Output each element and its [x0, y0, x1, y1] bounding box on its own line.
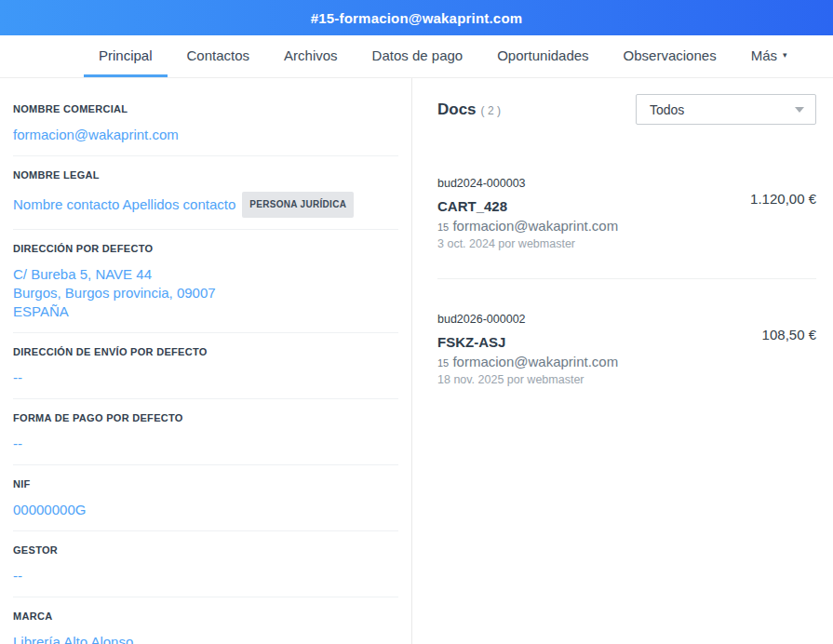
doc-amount: 108,50 € — [762, 327, 816, 342]
record-header: #15-formacion@wakaprint.com — [0, 0, 833, 35]
tab-observaciones-label: Observaciones — [624, 47, 717, 63]
tab-bar: Principal Contactos Archivos Datos de pa… — [0, 35, 833, 78]
docs-count: ( 2 ) — [481, 104, 501, 117]
field-label: NOMBRE COMERCIAL — [13, 103, 398, 114]
gestor-value: -- — [13, 567, 398, 585]
doc-contact-id: 15 — [437, 221, 449, 233]
tab-oportunidades-label: Oportunidades — [497, 47, 588, 63]
tab-mas[interactable]: Más ▾ — [736, 35, 802, 77]
nif-link[interactable]: 00000000G — [13, 501, 398, 519]
doc-contact-name: formacion@wakaprint.com — [452, 218, 618, 234]
field-nombre-legal: NOMBRE LEGAL Nombre contacto Apellidos c… — [13, 156, 398, 230]
tab-oportunidades[interactable]: Oportunidades — [482, 35, 603, 77]
tab-archivos[interactable]: Archivos — [269, 35, 353, 77]
nombre-legal-value: Nombre contacto Apellidos contactoPERSON… — [13, 192, 398, 218]
tab-datos-de-pago[interactable]: Datos de pago — [357, 35, 478, 77]
docs-title: Docs — [437, 101, 477, 119]
docs-header: Docs ( 2 ) Todos — [437, 94, 816, 125]
doc-amount: 1.120,00 € — [750, 191, 816, 207]
chevron-down-icon — [795, 107, 804, 113]
tab-mas-label: Más — [751, 47, 777, 63]
doc-item[interactable]: bud2026-000002 108,50 € FSKZ-ASJ 15 form… — [437, 313, 816, 386]
tab-principal-label: Principal — [99, 47, 153, 63]
doc-title: FSKZ-ASJ — [437, 334, 816, 350]
field-label: DIRECCIÓN DE ENVÍO POR DEFECTO — [13, 346, 398, 357]
field-label: GESTOR — [13, 544, 398, 556]
doc-ref: bud2024-000003 — [437, 177, 816, 190]
field-forma-de-pago: FORMA DE PAGO POR DEFECTO -- — [13, 399, 398, 465]
docs-filter-value: Todos — [650, 102, 684, 117]
field-nif: NIF 00000000G — [13, 465, 398, 531]
doc-meta: 18 nov. 2025 por webmaster — [437, 373, 816, 386]
doc-item[interactable]: bud2024-000003 1.120,00 € CART_428 15 fo… — [437, 177, 816, 279]
tab-datos-de-pago-label: Datos de pago — [372, 47, 464, 63]
doc-contact: 15 formacion@wakaprint.com — [437, 218, 816, 234]
direccion-envio-value: -- — [13, 369, 398, 387]
tab-archivos-label: Archivos — [284, 47, 338, 63]
field-label: NIF — [13, 478, 398, 490]
persona-juridica-badge: PERSONA JURÍDICA — [242, 192, 354, 218]
chevron-down-icon: ▾ — [783, 50, 787, 60]
doc-ref: bud2026-000002 — [437, 313, 816, 326]
field-label: MARCA — [13, 610, 398, 622]
details-panel: NOMBRE COMERCIAL formacion@wakaprint.com… — [0, 78, 412, 644]
field-label: DIRECCIÓN POR DEFECTO — [13, 243, 398, 254]
direccion-line-1: C/ Bureba 5, NAVE 44 — [13, 265, 398, 284]
field-label: FORMA DE PAGO POR DEFECTO — [13, 412, 398, 423]
record-title: #15-formacion@wakaprint.com — [311, 10, 523, 26]
doc-contact-name: formacion@wakaprint.com — [452, 354, 618, 369]
marca-link[interactable]: Librería Alto Alonso — [13, 633, 398, 644]
nombre-comercial-link[interactable]: formacion@wakaprint.com — [13, 126, 398, 144]
doc-list: bud2024-000003 1.120,00 € CART_428 15 fo… — [437, 177, 816, 386]
docs-title-wrap: Docs ( 2 ) — [437, 101, 501, 119]
tab-observaciones[interactable]: Observaciones — [609, 35, 732, 77]
direccion-link[interactable]: C/ Bureba 5, NAVE 44 Burgos, Burgos prov… — [13, 265, 398, 321]
doc-contact-id: 15 — [437, 357, 449, 369]
nombre-legal-link[interactable]: Nombre contacto Apellidos contacto — [13, 196, 235, 212]
forma-de-pago-value: -- — [13, 435, 398, 453]
main-content: NOMBRE COMERCIAL formacion@wakaprint.com… — [0, 78, 833, 644]
docs-panel: Docs ( 2 ) Todos bud2024-000003 1.120,00… — [412, 78, 833, 644]
field-marca: MARCA Librería Alto Alonso — [13, 597, 398, 644]
field-label: NOMBRE LEGAL — [13, 169, 398, 181]
docs-filter-select[interactable]: Todos — [636, 94, 816, 125]
field-direccion-por-defecto: DIRECCIÓN POR DEFECTO C/ Bureba 5, NAVE … — [13, 230, 398, 333]
doc-meta: 3 oct. 2024 por webmaster — [437, 237, 816, 250]
direccion-line-2: Burgos, Burgos provincia, 09007 — [13, 284, 398, 302]
field-nombre-comercial: NOMBRE COMERCIAL formacion@wakaprint.com — [13, 90, 398, 156]
tab-contactos[interactable]: Contactos — [172, 35, 265, 77]
tab-contactos-label: Contactos — [187, 47, 250, 63]
doc-contact: 15 formacion@wakaprint.com — [437, 354, 816, 369]
field-direccion-envio: DIRECCIÓN DE ENVÍO POR DEFECTO -- — [13, 333, 398, 399]
direccion-line-3: ESPAÑA — [13, 302, 398, 321]
tab-principal[interactable]: Principal — [84, 35, 168, 77]
field-gestor: GESTOR -- — [13, 531, 398, 597]
